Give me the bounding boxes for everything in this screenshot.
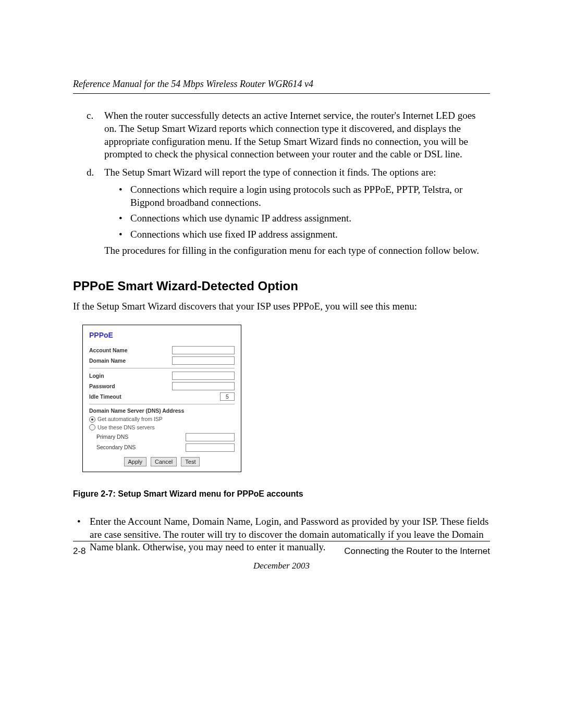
pppoe-menu-figure: PPPoE Account Name Domain Name Login Pas… [82,325,241,472]
row-login: Login [89,372,235,380]
page: Reference Manual for the 54 Mbps Wireles… [0,0,563,728]
input-primary-dns[interactable] [186,433,235,441]
radio-label-manual: Use these DNS servers [97,424,155,431]
radio-label-auto: Get automatically from ISP [97,416,163,423]
button-row: Apply Cancel Test [89,457,235,466]
label-login: Login [89,373,104,380]
list-item-c: c. When the router successfully detects … [87,109,490,161]
figure-divider [89,404,235,404]
label-secondary-dns: Secondary DNS [96,444,136,451]
row-primary-dns: Primary DNS [89,433,235,441]
footer: 2-8 Connecting the Router to the Interne… [73,541,490,572]
label-password: Password [89,383,115,390]
intro-paragraph: If the Setup Smart Wizard discovers that… [73,300,490,313]
label-domain-name: Domain Name [89,357,126,365]
list-marker-d: d. [87,166,94,179]
figure-caption: Figure 2-7: Setup Smart Wizard menu for … [73,489,490,500]
running-header: Reference Manual for the 54 Mbps Wireles… [73,78,490,90]
list-text-c: When the router successfully detects an … [104,110,475,159]
ordered-list-alpha: c. When the router successfully detects … [73,109,490,257]
dns-heading: Domain Name Server (DNS) Address [89,408,235,415]
list-marker-c: c. [87,109,93,122]
cancel-button[interactable]: Cancel [151,457,177,466]
chapter-title: Connecting the Router to the Internet [344,546,490,557]
figure-divider [89,368,235,368]
label-primary-dns: Primary DNS [96,434,128,441]
bullet-item: Connections which use fixed IP address a… [119,228,490,241]
bullet-item: Connections which use dynamic IP address… [119,212,490,225]
radio-icon [89,424,95,430]
row-idle-timeout: Idle Timeout 5 [89,392,235,401]
page-number: 2-8 [73,546,86,557]
input-account-name[interactable] [172,346,235,354]
input-idle-timeout[interactable]: 5 [220,392,235,401]
input-login[interactable] [172,372,235,380]
radio-dns-manual[interactable]: Use these DNS servers [89,424,235,431]
list-text-d-after: The procedures for filling in the config… [104,244,490,257]
apply-button[interactable]: Apply [124,457,147,466]
input-secondary-dns[interactable] [186,443,235,452]
label-idle-timeout: Idle Timeout [89,393,121,401]
footer-rule [73,541,490,541]
footer-date: December 2003 [73,560,490,572]
figure-wrap: PPPoE Account Name Domain Name Login Pas… [82,325,490,472]
row-domain-name: Domain Name [89,356,235,365]
label-account-name: Account Name [89,347,128,354]
figure-title: PPPoE [89,330,235,340]
list-text-d-lead: The Setup Smart Wizard will report the t… [104,167,436,178]
input-password[interactable] [172,382,235,390]
header-rule [73,93,490,94]
section-heading-pppoe: PPPoE Smart Wizard-Detected Option [73,278,490,294]
input-domain-name[interactable] [172,356,235,365]
bullet-list-connections: Connections which require a login using … [104,183,490,241]
row-account-name: Account Name [89,346,235,354]
bullet-item: Connections which require a login using … [119,183,490,209]
row-password: Password [89,382,235,390]
radio-dns-auto[interactable]: Get automatically from ISP [89,416,235,423]
list-item-d: d. The Setup Smart Wizard will report th… [87,166,490,257]
radio-icon [89,416,95,423]
test-button[interactable]: Test [181,457,200,466]
row-secondary-dns: Secondary DNS [89,443,235,452]
